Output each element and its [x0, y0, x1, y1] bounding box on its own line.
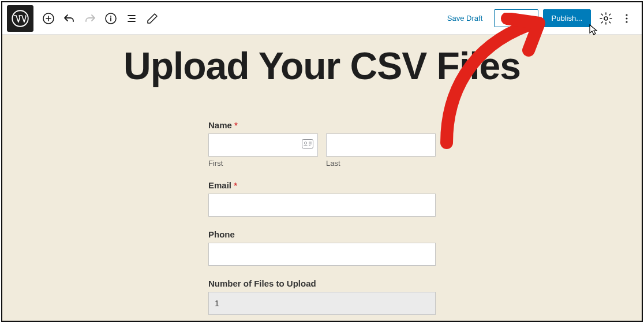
- required-mark: *: [234, 120, 238, 130]
- first-sublabel: First: [208, 159, 318, 168]
- field-name: Name * First Last: [208, 120, 436, 168]
- svg-point-6: [626, 17, 627, 19]
- contact-card-icon: [302, 139, 313, 151]
- email-input[interactable]: [208, 194, 436, 217]
- plus-circle-icon: [42, 12, 55, 25]
- email-label: Email *: [208, 180, 436, 190]
- redo-icon: [83, 12, 97, 25]
- svg-point-5: [626, 14, 627, 16]
- redo-button[interactable]: [80, 8, 100, 29]
- publish-button[interactable]: Publish...: [543, 9, 591, 27]
- edit-button[interactable]: [142, 8, 163, 29]
- name-label: Name *: [208, 120, 436, 130]
- info-icon: [104, 12, 118, 25]
- field-numfiles: Number of Files to Upload: [208, 279, 436, 315]
- save-draft-button[interactable]: Save Draft: [440, 9, 489, 27]
- svg-point-9: [305, 142, 307, 144]
- last-sublabel: Last: [326, 159, 436, 168]
- more-options-button[interactable]: [616, 8, 637, 29]
- undo-icon: [62, 12, 76, 25]
- field-phone: Phone: [208, 229, 436, 266]
- undo-button[interactable]: [59, 8, 80, 29]
- info-button[interactable]: [100, 8, 121, 29]
- preview-button[interactable]: Preview: [494, 9, 538, 27]
- list-icon: [125, 12, 138, 25]
- svg-point-4: [604, 17, 608, 20]
- svg-point-3: [110, 16, 111, 17]
- wordpress-icon: [12, 10, 29, 27]
- field-email: Email *: [208, 180, 436, 217]
- mouse-cursor-icon: [589, 24, 599, 37]
- last-name-input[interactable]: [326, 133, 436, 157]
- editor-toolbar: Save Draft Preview Publish...: [2, 2, 642, 35]
- numfiles-label: Number of Files to Upload: [208, 279, 436, 288]
- svg-point-7: [626, 21, 627, 23]
- page-title[interactable]: Upload Your CSV Files: [2, 44, 642, 88]
- more-vertical-icon: [620, 12, 634, 25]
- numfiles-input[interactable]: [208, 292, 436, 315]
- gear-icon: [599, 12, 613, 25]
- required-mark: *: [234, 180, 237, 190]
- add-block-button[interactable]: [38, 8, 59, 29]
- outline-button[interactable]: [121, 8, 142, 29]
- phone-label: Phone: [208, 229, 436, 239]
- wordpress-logo[interactable]: [7, 5, 33, 32]
- phone-input[interactable]: [208, 243, 436, 266]
- editor-canvas: Upload Your CSV Files Name * First: [2, 35, 642, 321]
- form-block: Name * First Last: [208, 120, 436, 315]
- pencil-icon: [145, 12, 159, 25]
